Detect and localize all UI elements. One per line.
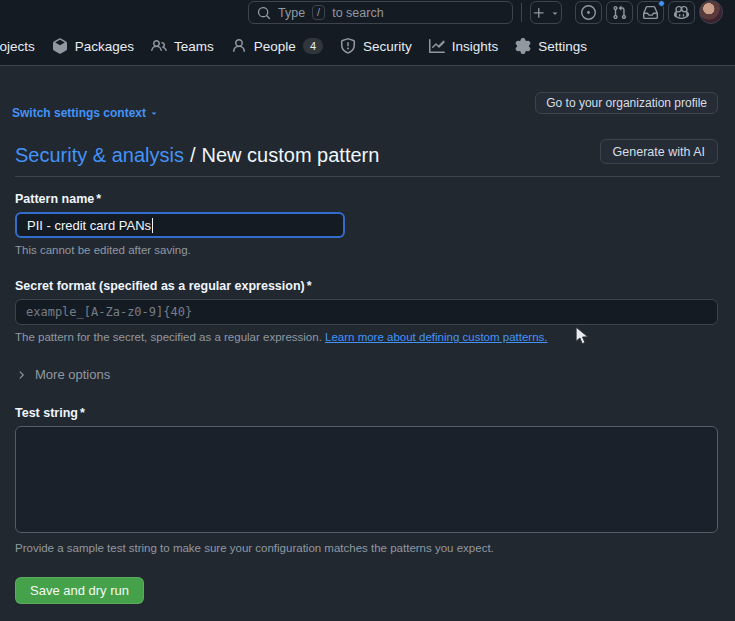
copilot-icon <box>674 5 689 20</box>
secret-format-note: The pattern for the secret, specified as… <box>15 331 720 343</box>
test-string-label: Test string* <box>15 406 720 420</box>
tab-label: Insights <box>452 39 499 54</box>
secret-format-input[interactable]: example_[A-Za-z0-9]{40} <box>15 299 718 325</box>
global-header: Type / to search Projects <box>0 0 735 66</box>
pattern-name-value: PII - credit card PANs <box>27 218 151 233</box>
breadcrumb-separator: / <box>190 144 196 167</box>
tab-label: Projects <box>0 39 35 54</box>
notifications-inbox-button[interactable] <box>637 1 664 24</box>
tab-people[interactable]: People 4 <box>231 38 323 54</box>
breadcrumb-security-analysis-link[interactable]: Security & analysis <box>15 144 184 167</box>
graph-icon <box>429 38 445 54</box>
issues-button[interactable] <box>575 1 602 24</box>
tab-label: Settings <box>538 39 587 54</box>
tab-label: Packages <box>75 39 134 54</box>
tab-insights[interactable]: Insights <box>429 38 499 54</box>
search-icon <box>257 6 271 20</box>
triangle-down-icon <box>149 108 159 118</box>
pull-requests-button[interactable] <box>606 1 633 24</box>
learn-more-link[interactable]: Learn more about defining custom pattern… <box>325 331 547 343</box>
slash-key-hint: / <box>312 5 325 20</box>
search-placeholder-pre: Type <box>278 6 305 20</box>
global-search-input[interactable]: Type / to search <box>248 1 513 24</box>
tab-label: Teams <box>174 39 214 54</box>
pattern-name-input[interactable]: PII - credit card PANs <box>15 212 345 238</box>
search-placeholder-post: to search <box>332 6 383 20</box>
chevron-right-icon <box>15 369 27 381</box>
issue-opened-icon <box>581 5 596 20</box>
shield-icon <box>340 38 356 54</box>
title-divider <box>15 176 720 177</box>
tab-packages[interactable]: Packages <box>52 38 134 54</box>
tab-projects[interactable]: Projects <box>0 38 35 54</box>
test-string-textarea[interactable] <box>15 426 718 533</box>
tab-security[interactable]: Security <box>340 38 412 54</box>
people-icon <box>151 38 167 54</box>
org-nav-tabs: Projects Packages Teams People 4 Securit… <box>0 29 735 65</box>
more-options-toggle[interactable]: More options <box>15 367 110 382</box>
generate-with-ai-button[interactable]: Generate with AI <box>600 139 718 164</box>
git-pull-request-icon <box>612 5 627 20</box>
go-to-org-profile-button[interactable]: Go to your organization profile <box>535 92 718 114</box>
switch-settings-context-link[interactable]: Switch settings context <box>12 106 159 120</box>
breadcrumb-current: New custom pattern <box>202 144 380 167</box>
secret-format-placeholder: example_[A-Za-z0-9]{40} <box>26 305 192 319</box>
test-string-note: Provide a sample test string to make sur… <box>15 542 720 554</box>
notification-dot <box>658 0 665 7</box>
people-count-badge: 4 <box>303 38 323 54</box>
tab-label: People <box>254 39 296 54</box>
person-icon <box>231 38 247 54</box>
save-and-dry-run-button[interactable]: Save and dry run <box>15 577 144 604</box>
required-marker: * <box>307 279 312 293</box>
tab-teams[interactable]: Teams <box>151 38 214 54</box>
required-marker: * <box>96 192 101 206</box>
chevron-down-icon <box>550 8 560 18</box>
pattern-name-note: This cannot be edited after saving. <box>15 244 720 256</box>
toolbar-divider <box>521 3 522 22</box>
user-avatar[interactable] <box>699 0 723 24</box>
plus-icon <box>532 6 546 20</box>
create-new-button[interactable] <box>530 1 562 24</box>
tab-settings[interactable]: Settings <box>515 38 587 54</box>
pattern-name-label: Pattern name* <box>15 192 720 206</box>
header-toolbar: Type / to search <box>0 0 735 29</box>
gear-icon <box>515 38 531 54</box>
inbox-icon <box>643 5 658 20</box>
tab-label: Security <box>363 39 412 54</box>
switch-settings-context-label: Switch settings context <box>12 106 146 120</box>
more-options-label: More options <box>35 367 110 382</box>
settings-content: Switch settings context Go to your organ… <box>0 66 735 604</box>
text-cursor <box>152 218 153 233</box>
secret-format-label: Secret format (specified as a regular ex… <box>15 279 720 293</box>
package-icon <box>52 38 68 54</box>
copilot-button[interactable] <box>668 1 695 24</box>
required-marker: * <box>80 406 85 420</box>
